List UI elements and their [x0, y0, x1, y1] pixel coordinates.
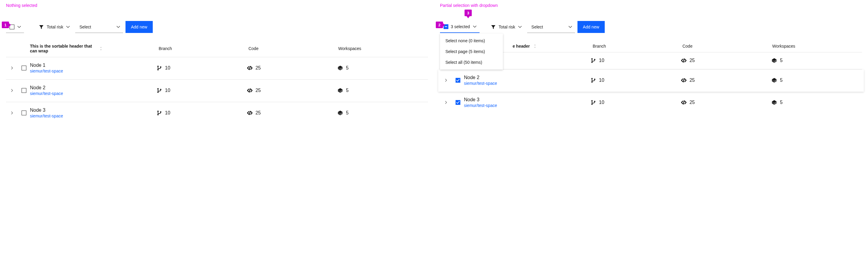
code-value: 25: [689, 78, 695, 83]
branch-icon: [591, 100, 596, 105]
column-header-branch[interactable]: Branch: [159, 46, 249, 51]
ws-value: 5: [780, 58, 783, 63]
column-header-workspaces[interactable]: Workspaces: [338, 46, 428, 51]
row-sublink[interactable]: siemur/test-space: [30, 114, 157, 118]
cube-icon: [772, 58, 777, 63]
branch-icon: [591, 78, 596, 83]
expand-toggle[interactable]: [440, 79, 452, 82]
ws-value: 5: [346, 65, 349, 71]
sort-icon[interactable]: [533, 44, 537, 49]
filter-dropdown[interactable]: Total risk: [35, 21, 73, 33]
filter-label: Total risk: [47, 25, 63, 29]
ws-value: 5: [346, 110, 349, 116]
code-value: 25: [689, 100, 695, 105]
check-icon: [456, 101, 460, 104]
filter-dropdown[interactable]: Total risk: [487, 21, 525, 33]
table-row: Node 1 siemur/test-space 10 25 5: [6, 57, 428, 80]
row-checkbox[interactable]: [456, 100, 460, 105]
row-sublink[interactable]: siemur/test-space: [30, 91, 157, 96]
branch-icon: [591, 58, 596, 63]
filter-label: Total risk: [499, 25, 515, 29]
code-icon: [681, 78, 686, 83]
select-placeholder: Select: [531, 25, 543, 29]
code-icon: [247, 88, 252, 93]
cube-icon: [772, 78, 777, 83]
expand-toggle[interactable]: [6, 66, 18, 70]
code-icon: [247, 110, 252, 116]
column-header-workspaces[interactable]: Workspaces: [772, 44, 862, 49]
code-icon: [681, 58, 686, 63]
add-new-button[interactable]: Add new: [125, 21, 152, 33]
select-placeholder: Select: [80, 25, 91, 29]
caret-down-icon: [472, 24, 477, 29]
code-icon: [247, 65, 252, 71]
row-sublink[interactable]: siemur/test-space: [464, 103, 591, 108]
annotation-title-right: Partial selection with dropdown: [440, 3, 862, 8]
ws-value: 5: [346, 88, 349, 93]
bulk-selected-count: 3 selected: [451, 24, 470, 29]
row-title: Node 3: [464, 97, 591, 102]
row-title: Node 1: [30, 63, 157, 68]
cube-icon: [772, 100, 777, 105]
branch-value: 10: [165, 88, 170, 93]
expand-toggle[interactable]: [6, 111, 18, 115]
bulk-select-menu: Select none (0 items) Select page (5 ite…: [440, 34, 503, 69]
example-nothing-selected: Nothing selected 1 Total risk Select Add: [6, 3, 428, 124]
row-title: Node 2: [464, 75, 591, 80]
example-partial-selection: Partial selection with dropdown 2 3 3 se…: [440, 3, 862, 114]
toolbar: 3 selected Select none (0 items) Select …: [440, 20, 862, 34]
add-new-button[interactable]: Add new: [578, 21, 604, 33]
filter-icon: [491, 25, 496, 29]
branch-icon: [157, 65, 162, 71]
chevron-right-icon: [10, 111, 14, 115]
select-dropdown[interactable]: Select: [527, 21, 575, 33]
row-title: Node 2: [30, 85, 157, 90]
filter-icon: [39, 25, 44, 29]
row-sublink[interactable]: siemur/test-space: [464, 81, 591, 86]
code-icon: [681, 100, 686, 105]
code-value: 25: [689, 58, 695, 63]
code-value: 25: [255, 110, 261, 116]
expand-toggle[interactable]: [6, 89, 18, 92]
cube-icon: [338, 65, 343, 71]
bulk-select-toggle[interactable]: 3 selected Select none (0 items) Select …: [440, 21, 479, 33]
branch-value: 10: [599, 58, 604, 63]
toolbar: Total risk Select Add new: [6, 20, 428, 34]
chevron-right-icon: [10, 66, 14, 70]
column-header-code[interactable]: Code: [248, 46, 338, 51]
column-header-name[interactable]: This is the sortable header that can wra…: [30, 44, 96, 53]
code-value: 25: [255, 88, 261, 93]
menu-item-select-none[interactable]: Select none (0 items): [440, 35, 503, 46]
branch-value: 10: [599, 100, 604, 105]
check-icon: [456, 79, 460, 82]
cube-icon: [338, 88, 343, 93]
row-checkbox[interactable]: [22, 88, 26, 93]
expand-toggle[interactable]: [440, 101, 452, 104]
column-header-branch[interactable]: Branch: [593, 44, 683, 49]
caret-down-icon: [518, 25, 522, 29]
select-dropdown[interactable]: Select: [75, 21, 123, 33]
row-sublink[interactable]: siemur/test-space: [30, 68, 157, 73]
column-header-code[interactable]: Code: [682, 44, 772, 49]
annotation-pin-1: 1: [2, 22, 9, 28]
table-row: Node 3 siemur/test-space 10 25 5: [440, 92, 862, 114]
row-checkbox[interactable]: [456, 78, 460, 83]
table-row-selected: Node 2 siemur/test-space 10 25 5: [438, 69, 864, 92]
cube-icon: [338, 110, 343, 116]
ws-value: 5: [780, 78, 783, 83]
caret-down-icon: [17, 25, 22, 29]
branch-value: 10: [165, 65, 170, 71]
branch-icon: [157, 88, 162, 93]
ws-value: 5: [780, 100, 783, 105]
sort-icon[interactable]: [99, 46, 103, 51]
menu-item-select-all[interactable]: Select all (50 items): [440, 57, 503, 68]
row-checkbox[interactable]: [22, 66, 26, 70]
row-checkbox[interactable]: [22, 111, 26, 115]
branch-value: 10: [165, 110, 170, 116]
table-row: Node 3 siemur/test-space 10 25 5: [6, 102, 428, 124]
caret-down-icon: [568, 25, 572, 29]
branch-icon: [157, 110, 162, 116]
chevron-right-icon: [444, 79, 448, 82]
chevron-right-icon: [10, 89, 14, 92]
menu-item-select-page[interactable]: Select page (5 items): [440, 46, 503, 57]
